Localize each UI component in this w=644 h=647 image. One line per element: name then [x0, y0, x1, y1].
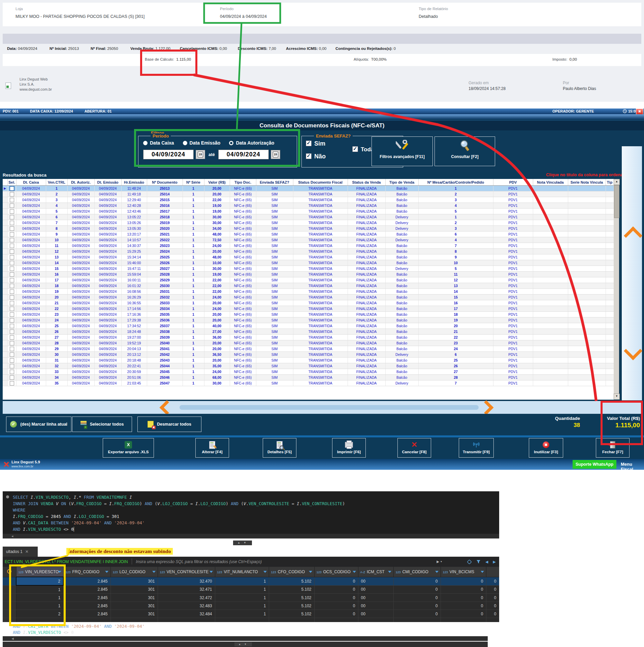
- row-checkbox[interactable]: [10, 244, 14, 248]
- table-row[interactable]: 04/09/2024804/09/202404/09/202413:05:302…: [3, 226, 614, 232]
- table-row[interactable]: 04/09/20242904/09/202404/09/202420:04:13…: [3, 346, 614, 352]
- grid-column-header[interactable]: 123VIN_VLRDESCTO: [16, 567, 63, 577]
- row-checkbox[interactable]: [10, 272, 14, 277]
- table-row[interactable]: 04/09/2024204/09/202404/09/202411:49:182…: [3, 191, 614, 197]
- grid-column-header[interactable]: 123CMI_CODIGO: [393, 567, 441, 577]
- grid-column-header[interactable]: 123FRQ_CODIGO: [63, 567, 110, 577]
- row-checkbox[interactable]: [10, 295, 14, 300]
- fechar-button[interactable]: Fechar [F7]: [596, 438, 630, 458]
- radio-data-autorizacao[interactable]: Data Autorização: [229, 140, 274, 146]
- row-checkbox[interactable]: [10, 358, 14, 363]
- table-row[interactable]: 04/09/20242104/09/202404/09/202416:36:55…: [3, 300, 614, 306]
- row-checkbox[interactable]: [10, 341, 14, 345]
- row-checkbox[interactable]: [10, 370, 14, 374]
- panel-collapse-buttons[interactable]: ▲ ▼: [234, 642, 252, 646]
- calendar-icon[interactable]: 15: [271, 150, 280, 159]
- erase-filter-icon[interactable]: [467, 560, 472, 564]
- table-row[interactable]: 04/09/20241404/09/202404/09/202415:46:00…: [3, 260, 614, 266]
- row-checkbox[interactable]: [10, 381, 14, 386]
- radio-data-caixa[interactable]: Data Caixa: [143, 140, 174, 146]
- row-checkbox[interactable]: [10, 318, 14, 322]
- date-from-input[interactable]: 04/09/2024: [143, 150, 194, 159]
- row-checkbox[interactable]: [10, 221, 14, 225]
- grid-row[interactable]: 12.84530132.48315.102000000: [3, 602, 499, 610]
- row-checkbox[interactable]: [10, 261, 14, 265]
- unselect-all-button[interactable]: Desmarcar todos: [137, 417, 201, 432]
- table-row[interactable]: 04/09/20242604/09/202404/09/202418:24:48…: [3, 329, 614, 335]
- grid-column-header[interactable]: 123VIT_NUMLANCTO: [215, 567, 269, 577]
- table-row[interactable]: 04/09/2024504/09/202404/09/202412:43:462…: [3, 209, 614, 214]
- transmitir-button[interactable]: Transmitir [F9]: [459, 438, 494, 458]
- checkbox-nao[interactable]: Não: [306, 153, 326, 160]
- checkbox-sim[interactable]: Sim: [306, 140, 325, 147]
- row-checkbox[interactable]: [10, 226, 14, 231]
- editor-hscrollbar[interactable]: ◀: [3, 534, 499, 538]
- table-row[interactable]: 04/09/20241204/09/202404/09/202415:29:25…: [3, 249, 614, 254]
- tab-resultados[interactable]: ultados 1✕: [3, 547, 38, 557]
- table-header-row[interactable]: Sel.Dt. CaixaVen.CTRLDt. Autoriz.Dt. Emi…: [3, 179, 614, 186]
- results-filter-bar[interactable]: ECT I.VIN_VLRDESCTO, I.* FROM VENDAITEMN…: [3, 557, 499, 567]
- sql-code[interactable]: SELECT I.VIN_VLRDESCTO, I.* FROM VENDAIT…: [13, 494, 345, 532]
- grid-row[interactable]: 12.84530132.47215.102000000: [3, 594, 499, 602]
- table-row[interactable]: 04/09/20242504/09/202404/09/202417:34:52…: [3, 323, 614, 329]
- table-row[interactable]: 04/09/20243504/09/202404/09/202421:03:45…: [3, 380, 614, 386]
- history-back-icon[interactable]: ◀: [485, 557, 488, 567]
- mark-current-line-button[interactable]: ✓ (des) Marcar linha atual: [6, 417, 71, 432]
- checkbox-icon[interactable]: [352, 146, 358, 152]
- row-checkbox[interactable]: [10, 375, 14, 380]
- checkbox-icon[interactable]: [306, 141, 312, 146]
- chevron-left-icon[interactable]: [160, 400, 174, 415]
- table-row[interactable]: 04/09/20242004/09/202404/09/202416:26:29…: [3, 295, 614, 300]
- table-row[interactable]: 04/09/20241304/09/202404/09/202415:34:14…: [3, 254, 614, 260]
- table-row[interactable]: 04/09/20242204/09/202404/09/202417:14:56…: [3, 306, 614, 312]
- menu-fiscal-button[interactable]: Menu Fiscal: [621, 462, 644, 472]
- row-checkbox[interactable]: [10, 289, 14, 294]
- row-checkbox[interactable]: [10, 364, 14, 368]
- table-row[interactable]: 04/09/20241704/09/202404/09/202416:00:11…: [3, 277, 614, 283]
- row-checkbox[interactable]: [10, 307, 14, 311]
- whatsapp-support-button[interactable]: Suporte WhatsApp: [573, 460, 616, 469]
- checkbox-icon[interactable]: [306, 153, 312, 159]
- grid-column-header[interactable]: A-ZICM_CST: [358, 567, 393, 577]
- table-row[interactable]: 04/09/20243004/09/202404/09/202420:13:12…: [3, 352, 614, 358]
- grid-row[interactable]: 12.84530132.47115.102000000: [3, 585, 499, 594]
- vertical-scrollbar[interactable]: ▲ ▼: [614, 179, 619, 400]
- inutilizar-button[interactable]: ✖ Inutilizar [F3]: [529, 438, 563, 458]
- close-tab-icon[interactable]: ✕: [25, 549, 29, 554]
- radio-icon[interactable]: [183, 141, 187, 145]
- imprimir-button[interactable]: Imprimir [F6]: [332, 438, 366, 458]
- table-row[interactable]: 04/09/20243204/09/202404/09/202420:22:41…: [3, 363, 614, 369]
- alterar-button[interactable]: ✎ Alterar [F4]: [195, 438, 229, 458]
- row-checkbox[interactable]: [9, 186, 14, 191]
- radio-icon[interactable]: [143, 141, 148, 145]
- grid-column-header[interactable]: 123VEN_CONTROLESITE: [158, 567, 215, 577]
- grid-header-row[interactable]: 123VIN_VLRDESCTO123FRQ_CODIGO123LOJ_CODI…: [3, 567, 499, 577]
- table-row[interactable]: 04/09/20242304/09/202404/09/202417:16:36…: [3, 312, 614, 317]
- row-checkbox[interactable]: [10, 335, 14, 340]
- table-row[interactable]: 04/09/20241804/09/202404/09/202416:01:32…: [3, 283, 614, 289]
- row-checkbox[interactable]: [10, 312, 14, 317]
- table-row[interactable]: 04/09/20242704/09/202404/09/202419:27:00…: [3, 335, 614, 340]
- table-row[interactable]: 04/09/20243104/09/202404/09/202420:18:48…: [3, 358, 614, 363]
- table-row[interactable]: 04/09/2024404/09/202404/09/202412:40:282…: [3, 203, 614, 209]
- row-checkbox[interactable]: [10, 284, 14, 288]
- history-forward-icon[interactable]: ▶: [493, 557, 496, 567]
- chevron-right-icon[interactable]: [479, 400, 494, 415]
- row-checkbox[interactable]: [10, 267, 14, 271]
- chevron-down-icon[interactable]: [624, 342, 642, 360]
- funnel-icon[interactable]: [476, 560, 481, 564]
- detalhes-button[interactable]: Detalhes [F5]: [263, 438, 296, 458]
- row-checkbox[interactable]: [10, 301, 14, 305]
- row-checkbox[interactable]: [10, 255, 14, 259]
- row-checkbox[interactable]: [10, 238, 14, 242]
- calendar-icon[interactable]: 15: [196, 150, 205, 159]
- table-row[interactable]: ▶04/09/2024104/09/202404/09/202411:48:24…: [3, 186, 614, 191]
- row-checkbox[interactable]: [10, 198, 14, 202]
- table-row[interactable]: 04/09/2024904/09/202404/09/202413:20:172…: [3, 232, 614, 237]
- date-to-input[interactable]: 04/09/2024: [218, 150, 269, 159]
- grid-row[interactable]: 22.84530132.47015.102000000: [3, 577, 499, 585]
- row-checkbox[interactable]: [10, 347, 14, 351]
- sql-editor-panel[interactable]: SELECT I.VIN_VLRDESCTO, I.* FROM VENDAIT…: [3, 491, 499, 538]
- table-row[interactable]: 04/09/20241904/09/202404/09/202416:08:56…: [3, 289, 614, 295]
- panel-collapse-buttons[interactable]: ▲ ▼: [233, 541, 252, 545]
